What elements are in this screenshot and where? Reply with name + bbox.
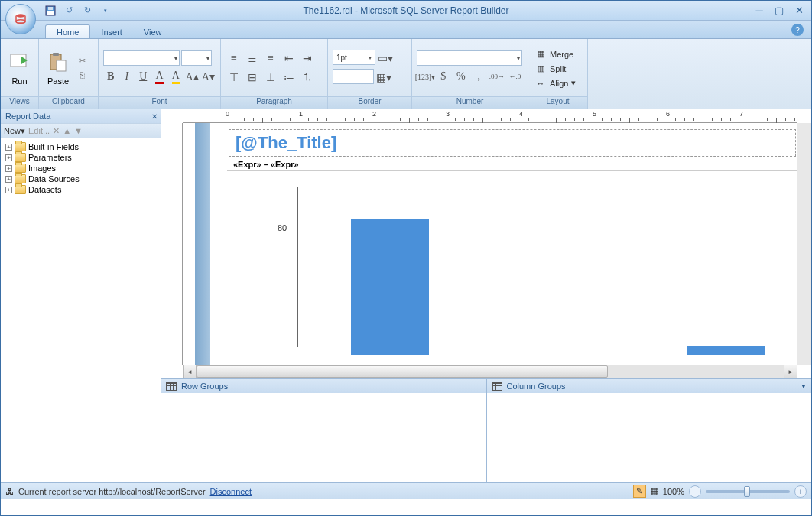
report-data-close[interactable]: ✕ [151,112,158,121]
border-color-combo[interactable] [333,69,374,84]
vertical-scrollbar[interactable] [797,123,811,365]
align-middle-button[interactable]: ⊟ [244,69,261,86]
tree-item-images[interactable]: +Images [4,163,158,174]
column-groups-header: Column Groups ▼ [487,379,812,393]
percent-button[interactable]: % [453,68,469,85]
zoom-slider[interactable] [706,490,790,493]
expression-row[interactable]: «Expr» – «Expr» [227,158,797,171]
italic-button[interactable]: I [119,68,134,85]
align-bottom-button[interactable]: ⊥ [262,69,279,86]
expand-icon[interactable]: + [5,187,12,193]
chart-bar-2 [687,346,765,355]
grow-font-button[interactable]: A▴ [184,68,199,85]
zoom-out-button[interactable]: − [689,485,701,498]
grouping-menu-button[interactable]: ▼ [801,383,807,390]
border-style-button[interactable]: ▭▾ [377,50,394,67]
grouping-pane: Row Groups Column Groups ▼ [161,378,811,482]
design-surface[interactable]: 012345678 [@The_Title] «Expr» – «Expr» 8… [161,109,811,378]
disconnect-link[interactable]: Disconnect [210,487,252,496]
rd-edit-button[interactable]: Edit... [28,126,50,135]
bullet-list-button[interactable]: ≔ [281,69,297,86]
scroll-track[interactable] [197,365,784,378]
font-family-combo[interactable] [103,50,180,66]
expand-icon[interactable]: + [5,144,12,151]
expand-icon[interactable]: + [5,154,12,161]
scroll-right-button[interactable]: ► [784,365,797,378]
fill-color-button[interactable]: A [168,68,183,85]
row-groups-body[interactable] [161,393,486,482]
design-mode-icon[interactable]: ✎ [633,485,646,498]
copy-button[interactable]: ⎘ [76,69,88,81]
align-button[interactable]: ↔Align ▾ [531,76,579,90]
report-data-toolbar: New ▾ Edit... ✕ ▲ ▼ [1,123,161,138]
font-color-button[interactable]: A [152,68,167,85]
zoom-in-button[interactable]: + [794,485,807,498]
horizontal-scrollbar[interactable]: ◄ ► [183,365,797,378]
maximize-button[interactable]: ▢ [773,4,785,16]
clipboard-label: Clipboard [39,96,98,109]
tree-item-parameters[interactable]: +Parameters [4,152,158,163]
paste-button[interactable]: Paste [44,49,73,87]
tab-home[interactable]: Home [45,24,90,38]
bold-button[interactable]: B [103,68,118,85]
row-groups-pane: Row Groups [161,379,487,482]
increase-decimal-button[interactable]: .00→ [489,68,505,85]
help-button[interactable]: ? [791,24,804,36]
group-border: 1pt ▭▾ ▦▾ Border [328,39,412,109]
redo-button[interactable]: ↻ [80,4,94,18]
align-top-button[interactable]: ⊤ [226,69,242,86]
border-preset-button[interactable]: ▦▾ [375,69,392,86]
minimize-button[interactable]: ─ [753,4,765,16]
comma-button[interactable]: , [471,68,487,85]
undo-button[interactable]: ↺ [62,4,76,18]
ruler-tick: 1 [299,109,303,123]
tree-item-builtin[interactable]: +Built-in Fields [4,141,158,152]
align-center-button[interactable]: ≣ [244,50,261,67]
tab-view[interactable]: View [133,25,173,38]
tree-item-datasets[interactable]: +Datasets [4,184,158,195]
row-groups-header: Row Groups [161,379,486,393]
placeholder-button[interactable]: [123]▾ [417,68,434,85]
column-groups-label: Column Groups [507,381,566,391]
preview-mode-icon[interactable]: ▦ [651,486,658,496]
rd-down-button[interactable]: ▼ [74,126,83,135]
run-button[interactable]: Run [5,49,34,87]
expand-icon[interactable]: + [5,165,12,172]
scroll-left-button[interactable]: ◄ [183,365,197,378]
underline-button[interactable]: U [136,68,151,85]
report-body[interactable]: [@The_Title] «Expr» – «Expr» 80 [227,128,797,365]
chart[interactable]: 80 [229,179,796,355]
grid-icon [492,382,502,391]
canvas[interactable]: [@The_Title] «Expr» – «Expr» 80 [183,123,797,365]
currency-button[interactable]: $ [435,68,451,85]
expand-icon[interactable]: + [5,176,12,183]
rd-up-button[interactable]: ▲ [63,126,71,135]
cut-button[interactable]: ✂ [76,55,88,67]
title-placeholder: [@The_Title] [235,133,789,153]
number-format-combo[interactable] [417,50,522,66]
rd-new-button[interactable]: New ▾ [4,126,25,136]
increase-indent-button[interactable]: ⇥ [299,50,316,67]
number-list-button[interactable]: ⒈ [299,69,316,86]
qat-menu[interactable]: ▾ [99,4,112,18]
border-width-combo[interactable]: 1pt [333,50,375,65]
font-size-combo[interactable] [181,50,212,66]
title-textbox[interactable]: [@The_Title] [229,129,796,157]
scroll-thumb[interactable] [197,365,608,378]
align-right-button[interactable]: ≡ [262,50,279,67]
app-menu-button[interactable] [5,4,36,34]
close-button[interactable]: ✕ [793,4,805,16]
column-groups-body[interactable] [487,393,812,482]
decrease-decimal-button[interactable]: ←.0 [507,68,523,85]
align-left-button[interactable]: ≡ [226,50,242,67]
rd-delete-button[interactable]: ✕ [53,126,60,136]
save-button[interactable] [44,4,57,18]
shrink-font-button[interactable]: A▾ [201,68,216,85]
merge-button[interactable]: ▦Merge [531,47,579,61]
tab-insert[interactable]: Insert [90,25,133,38]
split-button[interactable]: ▥Split [531,62,579,76]
zoom-thumb[interactable] [744,486,750,497]
decrease-indent-button[interactable]: ⇤ [281,50,297,67]
tree-item-datasources[interactable]: +Data Sources [4,174,158,184]
grid-icon [166,382,177,391]
